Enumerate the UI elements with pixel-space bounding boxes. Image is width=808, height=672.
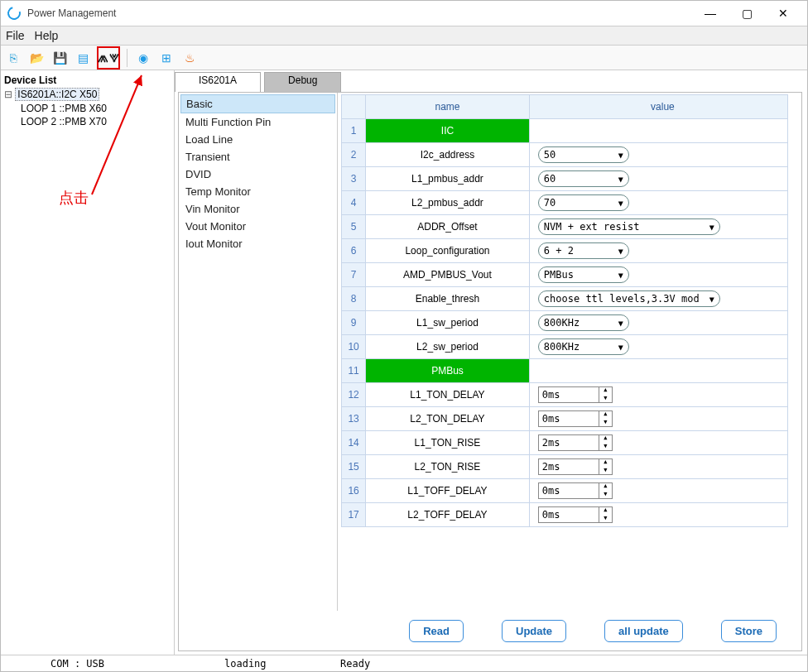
category-item[interactable]: DVID — [180, 166, 335, 183]
update-button[interactable]: Update — [502, 620, 566, 642]
param-dropdown[interactable]: 70▼ — [538, 194, 629, 211]
row-number: 8 — [342, 287, 366, 311]
row-number: 12 — [342, 383, 366, 407]
param-value-cell: 60▼ — [529, 167, 787, 191]
category-item[interactable]: Vin Monitor — [180, 200, 335, 218]
chevron-down-icon: ▼ — [618, 175, 623, 184]
menu-help[interactable]: Help — [35, 29, 59, 42]
param-spinner[interactable]: 0ms▲▼ — [538, 410, 613, 427]
toolbar-separator — [127, 49, 127, 67]
param-spinner[interactable]: 0ms▲▼ — [538, 506, 613, 523]
param-value-cell: 50▼ — [529, 143, 787, 167]
param-value-cell: 800KHz▼ — [529, 311, 787, 335]
row-number: 1 — [342, 119, 366, 143]
table-row: 10L2_sw_period800KHz▼ — [342, 335, 788, 359]
loop-node-1[interactable]: LOOP 1 ::PMB X60 — [4, 102, 171, 115]
param-value-cell: 800KHz▼ — [529, 335, 787, 359]
read-button[interactable]: Read — [409, 620, 464, 642]
param-name: L1_TOFF_DELAY — [366, 479, 530, 503]
app-icon — [5, 4, 23, 22]
param-dropdown[interactable]: 6 + 2▼ — [538, 242, 629, 259]
param-name: Loop_configuration — [366, 239, 530, 263]
chevron-down-icon: ▼ — [618, 319, 623, 328]
tab-is6201a[interactable]: IS6201A — [175, 72, 261, 92]
category-item[interactable]: Load Line — [180, 131, 335, 148]
row-number: 13 — [342, 407, 366, 431]
table-corner — [342, 95, 366, 119]
toolbar-monitor-icon[interactable]: ⩕⩔ — [99, 49, 118, 67]
param-spinner[interactable]: 0ms▲▼ — [538, 482, 613, 499]
param-name: L1_TON_RISE — [366, 431, 530, 455]
param-value-cell — [529, 359, 787, 383]
table-row: 1IIC — [342, 119, 788, 143]
status-loading: loading — [216, 658, 332, 670]
row-number: 16 — [342, 479, 366, 503]
category-item[interactable]: Vout Monitor — [180, 218, 335, 235]
content-box: BasicMulti Function PinLoad LineTransien… — [178, 92, 802, 651]
toolbar-device-icon[interactable]: ▤ — [74, 49, 92, 67]
param-dropdown[interactable]: PMBus▼ — [538, 266, 629, 283]
table-row: 11PMBus — [342, 359, 788, 383]
toolbar-monitor-highlighted: ⩕⩔ — [97, 46, 120, 70]
status-com: COM : USB — [1, 658, 216, 670]
row-number: 2 — [342, 143, 366, 167]
category-item[interactable]: Temp Monitor — [180, 183, 335, 200]
title-bar: Power Management — ▢ ✕ — [1, 1, 807, 26]
row-number: 5 — [342, 215, 366, 239]
toolbar-open-icon[interactable]: 📂 — [27, 49, 46, 67]
status-ready: Ready — [332, 658, 378, 670]
param-dropdown[interactable]: 60▼ — [538, 170, 629, 187]
toolbar-burn-icon[interactable]: ♨ — [180, 49, 199, 67]
param-spinner[interactable]: 0ms▲▼ — [538, 386, 613, 403]
param-value-cell: 2ms▲▼ — [529, 431, 787, 455]
param-spinner[interactable]: 2ms▲▼ — [538, 434, 613, 451]
chevron-down-icon: ▼ — [618, 271, 623, 280]
param-spinner[interactable]: 2ms▲▼ — [538, 458, 613, 475]
loop-node-2[interactable]: LOOP 2 ::PMB X70 — [4, 115, 171, 128]
row-number: 11 — [342, 359, 366, 383]
param-value-cell: choose ttl levels,3.3V mod▼ — [529, 287, 787, 311]
param-value-cell: 0ms▲▼ — [529, 479, 787, 503]
table-row: 17L2_TOFF_DELAY0ms▲▼ — [342, 503, 788, 527]
all-update-button[interactable]: all update — [604, 620, 683, 642]
table-row: 12L1_TON_DELAY0ms▲▼ — [342, 383, 788, 407]
category-item[interactable]: Iout Monitor — [180, 235, 335, 252]
maximize-button[interactable]: ▢ — [736, 5, 758, 22]
param-name: PMBus — [366, 359, 530, 383]
param-value-cell: 6 + 2▼ — [529, 239, 787, 263]
table-row: 9L1_sw_period800KHz▼ — [342, 311, 788, 335]
category-list: BasicMulti Function PinLoad LineTransien… — [179, 93, 338, 611]
store-button[interactable]: Store — [721, 620, 777, 642]
param-value-cell: 0ms▲▼ — [529, 383, 787, 407]
param-name: L2_TON_DELAY — [366, 407, 530, 431]
tab-debug[interactable]: Debug — [264, 72, 341, 92]
chevron-down-icon: ▼ — [618, 151, 623, 160]
minimize-button[interactable]: — — [700, 5, 721, 22]
action-row: Read Update all update Store — [179, 611, 801, 650]
device-node[interactable]: IS6201A::I2C X50 — [15, 88, 99, 101]
toolbar-play-icon[interactable]: ◉ — [134, 49, 152, 67]
table-row: 14L1_TON_RISE2ms▲▼ — [342, 431, 788, 455]
toolbar-save-icon[interactable]: 💾 — [50, 49, 69, 67]
chevron-down-icon: ▼ — [709, 295, 714, 304]
param-dropdown[interactable]: 800KHz▼ — [538, 314, 629, 331]
param-dropdown[interactable]: 800KHz▼ — [538, 338, 629, 355]
row-number: 9 — [342, 311, 366, 335]
param-name: L2_TON_RISE — [366, 455, 530, 479]
menu-file[interactable]: File — [6, 29, 25, 42]
category-item[interactable]: Transient — [180, 148, 335, 166]
param-dropdown[interactable]: NVM + ext resist▼ — [538, 218, 720, 235]
row-number: 6 — [342, 239, 366, 263]
param-dropdown[interactable]: 50▼ — [538, 146, 629, 163]
param-name: L2_pmbus_addr — [366, 191, 530, 215]
category-item[interactable]: Multi Function Pin — [180, 113, 335, 131]
toolbar-new-icon[interactable]: ⎘ — [4, 49, 22, 67]
param-dropdown[interactable]: choose ttl levels,3.3V mod▼ — [538, 290, 720, 307]
table-header-value: value — [529, 95, 787, 119]
param-value-cell: NVM + ext resist▼ — [529, 215, 787, 239]
close-button[interactable]: ✕ — [772, 5, 794, 22]
category-item[interactable]: Basic — [180, 94, 335, 113]
parameter-table: name value 1IIC2I2c_address50▼3L1_pmbus_… — [341, 94, 788, 527]
toolbar-grid-icon[interactable]: ⊞ — [157, 49, 176, 67]
chevron-down-icon: ▼ — [618, 343, 623, 352]
